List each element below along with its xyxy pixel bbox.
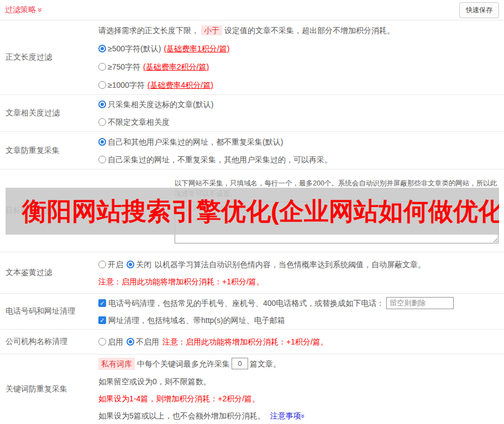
row-label: 文章相关度过滤 (0, 108, 98, 118)
porn-filter-desc: 以机器学习算法自动识别色情内容，当色情概率达到系统阈值，自动屏蔽文章。 (155, 259, 426, 270)
chevron-double-down-icon: » (300, 414, 307, 417)
checkbox-label: 网址清理，包括纯域名、带http(s)的网址、电子邮箱 (108, 315, 285, 326)
radio-option-relevance-any[interactable]: 不限定文章相关度 (98, 116, 498, 128)
radio-label: ≥500字符(默认) (108, 43, 161, 54)
radio-icon[interactable] (98, 81, 106, 89)
radio-icon[interactable] (98, 100, 106, 108)
row-text-length-filter: 正文长度过滤 请选择需求的正文长度下限，小于设定值的文章不采集，超出部分不增加积… (0, 20, 504, 94)
checkbox-checked-icon[interactable] (98, 316, 106, 324)
row-keyword-dedup: 关键词防重复采集 私有词库 中每个关键词最多允许采集 篇文章。 如果留空或设为0… (0, 354, 504, 424)
radio-label: 关闭 (136, 259, 151, 270)
porn-filter-note: 注意：启用此功能将增加积分消耗：+1积分/篇。 (98, 276, 498, 287)
watermark-text: 衡阳网站搜索引擎优化(企业网站如何做优化 (6, 195, 499, 228)
radio-option-porn-on[interactable]: 开启 (98, 259, 123, 270)
radio-icon[interactable] (98, 118, 106, 126)
radio-label: 自己和其他用户采集过的网址，都不重复采集(默认) (108, 136, 283, 147)
row-label: 公司机构名称清理 (0, 337, 98, 347)
radio-icon[interactable] (127, 338, 134, 346)
checkbox-url-clean[interactable]: 网址清理，包括纯域名、带http(s)的网址、电子邮箱 (98, 315, 285, 326)
fee-note: (基础费率2积分/篇) (143, 61, 209, 72)
radio-label: ≥750字符 (108, 61, 140, 72)
company-clean-note: 注意：启用此功能将增加积分消耗：+1积分/篇。 (162, 336, 328, 347)
page-title: 过滤策略 (5, 5, 36, 15)
radio-label: 启用 (108, 336, 123, 347)
checkbox-checked-icon[interactable] (98, 299, 106, 307)
radio-option-company-off[interactable]: 不启用 (127, 336, 159, 347)
radio-label: 不启用 (136, 336, 159, 347)
row-porn-filter: 文本鉴黄过滤 开启 关闭 以机器学习算法自动识别色情内容，当色情概率达到系统阈值… (0, 252, 504, 293)
row-label: 电话号码和网址清理 (0, 306, 98, 316)
radio-icon[interactable] (98, 63, 106, 71)
keyword-line4: 如果设为5篇或以上，也不会额外增加积分消耗。 (98, 411, 265, 420)
max-articles-input[interactable] (232, 358, 248, 369)
keyword-line2: 如果留空或设为0，则不限篇数。 (98, 376, 498, 387)
row-relevance-filter: 文章相关度过滤 只采集相关度达标的文章(默认) 不限定文章相关度 (0, 94, 504, 131)
radio-label: ≥1000字符 (108, 80, 145, 91)
radio-label: 自己采集过的网址，不重复采集，其他用户采集过的，可以再采。 (108, 154, 332, 165)
watermark-banner: 衡阳网站搜索引擎优化(企业网站如何做优化 (6, 188, 499, 235)
keyword-line3-note: 如果设为1-4篇，则增加积分消耗：+2积分/篇。 (98, 393, 498, 404)
radio-option-500[interactable]: ≥500字符(默认) (基础费率1积分/篇) (98, 43, 498, 54)
radio-option-company-on[interactable]: 启用 (98, 336, 123, 347)
checkbox-label: 电话号码清理，包括常见的手机号、座机号、400电话格式，或替换成如下电话： (108, 298, 384, 309)
row-dedup-filter: 文章防重复采集 自己和其他用户采集过的网址，都不重复采集(默认) 自己采集过的网… (0, 131, 504, 169)
row-label: 关键词防重复采集 (0, 384, 98, 394)
row-phone-url-clean: 电话号码和网址清理 电话号码清理，包括常见的手机号、座机号、400电话格式，或替… (0, 293, 504, 329)
radio-icon[interactable] (98, 45, 106, 52)
radio-label: 不限定文章相关度 (108, 116, 170, 128)
quick-save-button[interactable]: 快速保存 (459, 2, 499, 18)
length-intro: 请选择需求的正文长度下限，小于设定值的文章不采集，超出部分不增加积分消耗。 (98, 25, 498, 36)
private-lexicon-badge: 私有词库 (98, 358, 135, 370)
filter-strategy-toggle[interactable]: 过滤策略 » (5, 5, 43, 15)
radio-icon[interactable] (98, 156, 106, 163)
replacement-phone-input[interactable] (386, 297, 454, 309)
radio-icon[interactable] (98, 138, 106, 146)
chevron-double-down-icon: » (36, 8, 44, 12)
row-label: 文本鉴黄过滤 (0, 268, 98, 278)
fee-note: (基础费率1积分/篇) (164, 43, 229, 54)
radio-option-1000[interactable]: ≥1000字符 (基础费率4积分/篇) (98, 80, 498, 91)
row-label: 正文长度过滤 (0, 52, 98, 62)
keyword-line1-text: 中每个关键词最多允许采集 (137, 358, 230, 369)
radio-icon[interactable] (98, 338, 106, 346)
radio-option-dedup-all[interactable]: 自己和其他用户采集过的网址，都不重复采集(默认) (98, 136, 498, 147)
row-company-clean: 公司机构名称清理 启用 不启用 注意：启用此功能将增加积分消耗：+1积分/篇。 (0, 329, 504, 354)
topbar: 过滤策略 » 快速保存 (0, 0, 504, 20)
radio-icon[interactable] (98, 261, 106, 268)
radio-option-750[interactable]: ≥750字符 (基础费率2积分/篇) (98, 61, 498, 72)
fee-note: (基础费率4积分/篇) (148, 80, 213, 91)
radio-label: 开启 (108, 259, 123, 270)
row-label: 文章防重复采集 (0, 146, 98, 156)
radio-option-dedup-self[interactable]: 自己采集过的网址，不重复采集，其他用户采集过的，可以再采。 (98, 154, 498, 165)
radio-option-porn-off[interactable]: 关闭 (127, 259, 151, 270)
keyword-line1-tail: 篇文章。 (250, 358, 281, 369)
less-than-badge: 小于 (201, 25, 222, 35)
radio-icon[interactable] (127, 261, 134, 268)
checkbox-phone-clean[interactable]: 电话号码清理，包括常见的手机号、座机号、400电话格式，或替换成如下电话： (98, 298, 384, 309)
radio-label: 只采集相关度达标的文章(默认) (108, 99, 213, 110)
radio-option-relevance-default[interactable]: 只采集相关度达标的文章(默认) (98, 99, 498, 110)
notes-link[interactable]: 注意事项» (270, 411, 305, 420)
